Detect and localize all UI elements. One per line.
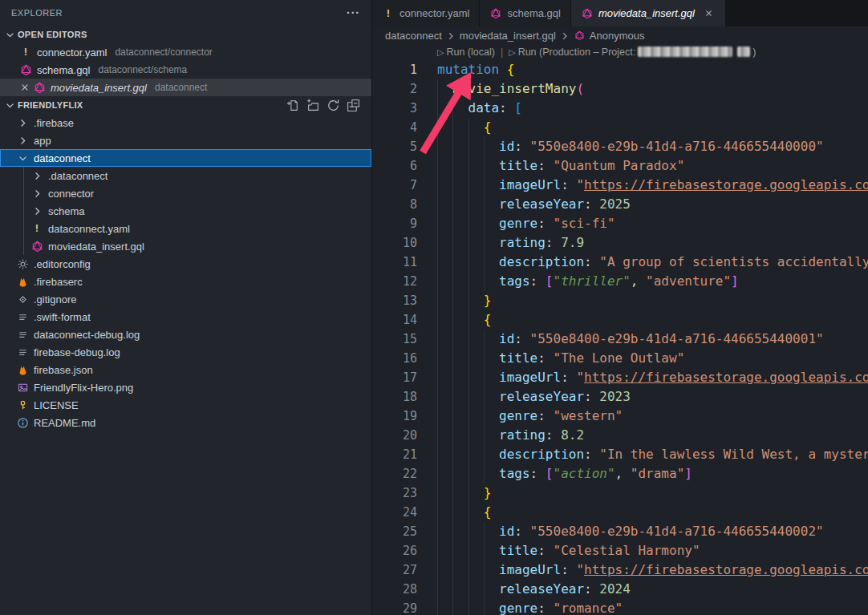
code-text[interactable]: movie_insertMany( — [437, 79, 584, 99]
code-token: releaseYear — [499, 196, 584, 212]
code-text[interactable]: imageUrl: "https://firebasestorage.googl… — [437, 176, 868, 195]
redacted-project-suffix — [737, 47, 750, 57]
tab-moviedata_insert.gql[interactable]: moviedata_insert.gql — [571, 0, 726, 26]
code-text[interactable]: genre: "romance" — [437, 599, 623, 615]
open-editor-path: dataconnect/connector — [115, 47, 212, 58]
code-token: "The Lone Outlaw" — [554, 350, 685, 366]
open-editors-header[interactable]: OPEN EDITORS — [0, 26, 371, 43]
tree-item-schema[interactable]: schema — [0, 202, 371, 220]
code-text[interactable]: { — [437, 310, 491, 330]
tree-item-app[interactable]: app — [0, 131, 371, 149]
code-text[interactable]: title: "Quantum Paradox" — [437, 156, 684, 176]
tree-item-label: .editorconfig — [34, 258, 91, 270]
tab-connector.yaml[interactable]: !connector.yaml — [372, 0, 480, 26]
run-production-link[interactable]: ▷Run (Production – Project:) — [509, 47, 756, 58]
code-text[interactable]: description: "A group of scientists acci… — [437, 253, 868, 272]
tree-item-.firebaserc[interactable]: .firebaserc — [0, 273, 371, 290]
code-text[interactable]: data: [ — [437, 99, 522, 118]
firebase-icon — [16, 275, 29, 288]
code-line: 1mutation { — [372, 60, 868, 79]
code-text[interactable]: imageUrl: "https://firebasestorage.googl… — [437, 368, 868, 387]
line-number: 25 — [372, 522, 437, 541]
open-editors-list: !connector.yamldataconnect/connectorsche… — [0, 43, 371, 96]
code-text[interactable]: } — [437, 484, 491, 503]
open-editor-moviedata_insert.gql[interactable]: moviedata_insert.gqldataconnect — [0, 79, 371, 96]
code-text[interactable]: title: "The Lone Outlaw" — [437, 349, 684, 368]
breadcrumb-item-moviedata_insert.gql[interactable]: moviedata_insert.gql — [460, 30, 556, 42]
tab-label: schema.gql — [507, 7, 560, 19]
tree-item-license[interactable]: LICENSE — [0, 396, 371, 414]
chevron-right-icon — [16, 134, 29, 147]
code-text[interactable]: rating: 7.9 — [437, 233, 584, 253]
close-tab-icon[interactable] — [703, 7, 716, 20]
new-folder-icon[interactable] — [306, 99, 320, 112]
code-text[interactable]: { — [437, 503, 491, 522]
tree-item-dataconnect[interactable]: dataconnect — [0, 149, 371, 167]
tree-item-moviedata_insert.gql[interactable]: moviedata_insert.gql — [0, 237, 371, 255]
code-token: title — [499, 350, 537, 366]
tree-item-dataconnect-debug.log[interactable]: dataconnect-debug.log — [0, 326, 371, 343]
code-line: 7 imageUrl: "https://firebasestorage.goo… — [372, 176, 868, 195]
code-text[interactable]: tags: ["action", "drama"] — [437, 464, 692, 484]
tree-item-firebase.json[interactable]: firebase.json — [0, 361, 371, 378]
code-line: 24 { — [372, 503, 868, 522]
code-text[interactable]: releaseYear: 2023 — [437, 387, 631, 407]
tree-item-connector[interactable]: connector — [0, 184, 371, 202]
more-actions-icon[interactable]: ··· — [347, 6, 360, 19]
code-text[interactable]: tags: ["thriller", "adventure"] — [437, 272, 739, 291]
code-text[interactable]: rating: 8.2 — [437, 426, 584, 445]
code-text[interactable]: title: "Celestial Harmony" — [437, 541, 700, 560]
chevron-right-icon — [30, 187, 43, 200]
code-token: "In the lawless Wild West, a mysterious — [599, 447, 868, 462]
code-lines: 1mutation {2 movie_insertMany(3 data: [4… — [372, 60, 868, 615]
tab-schema.gql[interactable]: schema.gql — [480, 0, 570, 26]
breadcrumb-item-anonymous[interactable]: Anonymous — [574, 30, 645, 42]
tree-item-.gitignore[interactable]: .gitignore — [0, 290, 371, 308]
code-token — [437, 177, 499, 192]
code-text[interactable]: releaseYear: 2024 — [437, 580, 631, 599]
tree-item-readme.md[interactable]: README.md — [0, 414, 371, 431]
refresh-icon[interactable] — [327, 99, 340, 112]
code-token — [437, 427, 499, 443]
tree-item-.firebase[interactable]: .firebase — [0, 114, 371, 131]
code-token — [437, 216, 499, 231]
codelens-bar: ▷Run (local)|▷Run (Production – Project:… — [372, 45, 868, 60]
tree-item-.dataconnect[interactable]: .dataconnect — [0, 167, 371, 184]
code-token — [437, 293, 484, 308]
code-text[interactable]: id: "550e8400-e29b-41d4-a716-44665544000… — [437, 330, 824, 349]
line-number: 21 — [372, 445, 437, 464]
tree-item-.editorconfig[interactable]: .editorconfig — [0, 255, 371, 273]
code-text[interactable]: imageUrl: "https://firebasestorage.googl… — [437, 560, 868, 580]
code-text[interactable]: genre: "sci-fi" — [437, 214, 615, 233]
code-token: " — [576, 177, 584, 192]
tree-item-dataconnect.yaml[interactable]: !dataconnect.yaml — [0, 220, 371, 237]
open-editor-connector.yaml[interactable]: !connector.yamldataconnect/connector — [0, 43, 371, 61]
code-token: : — [584, 389, 599, 404]
tree-item-firebase-debug.log[interactable]: firebase-debug.log — [0, 343, 371, 361]
tree-item-label: LICENSE — [34, 399, 79, 411]
code-token: rating — [499, 235, 546, 250]
tree-item-.swift-format[interactable]: .swift-format — [0, 308, 371, 326]
code-line: 19 genre: "western" — [372, 407, 868, 426]
workspace-header[interactable]: FRIENDLYFLIX — [0, 96, 371, 114]
tree-item-friendlyflix-hero.png[interactable]: FriendlyFlix-Hero.png — [0, 378, 371, 396]
new-file-icon[interactable] — [286, 99, 300, 112]
code-text[interactable]: description: "In the lawless Wild West, … — [437, 445, 868, 464]
code-text[interactable]: mutation { — [437, 60, 514, 79]
code-text[interactable]: releaseYear: 2025 — [437, 195, 631, 214]
code-text[interactable]: genre: "western" — [437, 407, 623, 426]
workspace-label: FRIENDLYFLIX — [18, 100, 83, 110]
code-text[interactable]: id: "550e8400-e29b-41d4-a716-44665544000… — [437, 522, 824, 541]
code-token: releaseYear — [499, 389, 584, 404]
code-token: : — [584, 196, 599, 212]
collapse-all-icon[interactable] — [347, 99, 360, 112]
open-editor-schema.gql[interactable]: schema.gqldataconnect/schema — [0, 61, 371, 79]
code-token: { — [484, 504, 492, 520]
code-text[interactable]: } — [437, 291, 491, 310]
code-text[interactable]: { — [437, 118, 491, 137]
code-token: : — [584, 447, 599, 462]
close-editor-icon[interactable] — [19, 81, 33, 94]
run-local-link[interactable]: ▷Run (local) — [437, 47, 495, 58]
code-text[interactable]: id: "550e8400-e29b-41d4-a716-44665544000… — [437, 137, 824, 156]
breadcrumb-item-dataconnect[interactable]: dataconnect — [385, 30, 442, 42]
